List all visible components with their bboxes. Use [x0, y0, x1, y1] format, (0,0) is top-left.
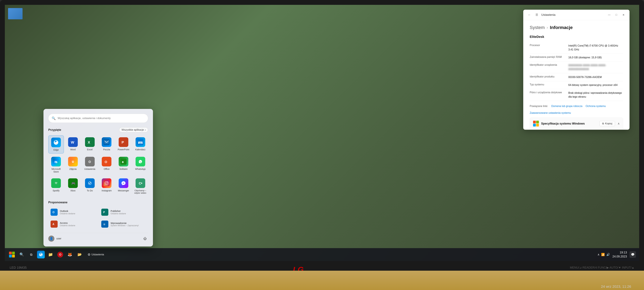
settings-taskbar-button[interactable]: ⚙ Ustawienia — [85, 251, 106, 258]
excel-label: Excel — [87, 148, 92, 151]
edge-icon — [51, 138, 61, 147]
msstore-label: Microsoft Store — [50, 168, 63, 173]
svg-text:🎮: 🎮 — [71, 181, 75, 185]
clock-time: 19:13 — [612, 250, 627, 254]
nav-menu-button[interactable]: ☰ — [534, 12, 540, 18]
system-type-value: 64-bitowy system operacyjny, procesor x6… — [568, 83, 618, 87]
info-row-product-id: Identyfikator produktu 00330-50078-73286… — [530, 73, 623, 81]
winspec-row-version: Wersja Windows 11 Pro — [533, 129, 620, 130]
start-button[interactable] — [8, 251, 16, 258]
clipchamp-icon: C — [136, 178, 145, 188]
proposed-access[interactable]: A Access Ostatnio dodane — [48, 219, 98, 229]
power-button[interactable]: ⏻ — [142, 235, 148, 242]
access-sub: Ostatnio dodane — [60, 224, 75, 227]
opera-icon: O — [57, 252, 63, 257]
start-menu: 🔍 Przypięte Wszystkie aplikacje › Ed — [44, 109, 153, 246]
minimize-button[interactable]: — — [606, 12, 612, 18]
app-zdjecia[interactable]: Zdjęcia — [65, 155, 81, 175]
task-view-button[interactable]: ⧉ — [27, 251, 35, 258]
poczta-label: Poczta — [103, 148, 110, 151]
link-domain[interactable]: Domena lub grupa robocza — [551, 105, 582, 108]
app-messenger[interactable]: Messenger — [116, 176, 132, 196]
link-protection[interactable]: Ochrona systemu — [586, 105, 606, 108]
svg-text:♠: ♠ — [122, 160, 124, 164]
search-taskbar-button[interactable]: 🔍 — [18, 251, 26, 258]
monitor-controls: MENU/⊿ READER/4 FUNC/▶ AUTO/▼ INPUT/▲ — [570, 266, 634, 269]
app-xbox[interactable]: 🎮 Xbox — [65, 176, 81, 196]
xbox-icon: 🎮 — [68, 178, 78, 188]
taskbar: 🔍 ⧉ 📁 O 🦊 — [5, 248, 639, 261]
desktop-date-overlay: 24 wrz 2023, 11:26 — [601, 284, 631, 289]
app-todo[interactable]: To Do — [82, 176, 98, 196]
svg-text:A: A — [52, 223, 54, 225]
close-button[interactable]: ✕ — [620, 12, 626, 18]
proposed-wprowadzenie[interactable]: ⊞ Wprowadzenie System Windows – Zaprasza… — [99, 219, 148, 229]
product-id-label: Identyfikator produktu — [530, 75, 568, 79]
app-spotify[interactable]: Spotify — [48, 176, 64, 196]
svg-text:C: C — [139, 182, 141, 185]
app-ustawienia[interactable]: ⚙ Ustawienia — [82, 155, 98, 175]
app-kalendarz[interactable]: 24 Kalendarz — [132, 135, 148, 154]
breadcrumb-system: System — [530, 25, 545, 30]
notification-icon: 💬 — [631, 253, 634, 256]
app-clipchamp[interactable]: C Clipchamp –edytor wideo — [132, 176, 148, 196]
app-poczta[interactable]: Poczta — [99, 135, 114, 154]
maximize-button[interactable]: □ — [614, 12, 619, 18]
breadcrumb-separator: › — [546, 25, 548, 30]
link-advanced[interactable]: Zaawansowane ustawienia systemu — [530, 112, 571, 114]
pinned-section-title: Przypięte — [48, 128, 61, 132]
files-button[interactable]: 📂 — [76, 251, 84, 258]
access-info: Access Ostatnio dodane — [60, 221, 75, 227]
proposed-section: Proponowane O Outlook Ostatnio dodane — [48, 201, 148, 229]
svg-rect-34 — [120, 180, 126, 186]
wprowadzenie-sub: System Windows – Zapraszamy! — [110, 224, 139, 227]
nav-back-button[interactable]: ← — [526, 12, 532, 18]
info-row-ram: Zainstalowana pamięć RAM 16,0 GB (dostęp… — [530, 54, 623, 62]
svg-text:O: O — [52, 211, 54, 214]
edge-taskbar-button[interactable] — [37, 251, 45, 258]
access-icon: A — [50, 220, 58, 228]
app-edge[interactable]: Edge — [48, 135, 64, 154]
notification-button[interactable]: 💬 — [630, 251, 636, 258]
kalendarz-label: Kalendarz — [135, 148, 146, 151]
win-spec-header[interactable]: Specyfikacja systemu Windows ⧉ Kopiuj ∧ — [530, 118, 623, 129]
app-msstore[interactable]: 🛍 Microsoft Store — [48, 155, 64, 175]
file-explorer-button[interactable]: 📁 — [47, 251, 54, 258]
app-solitaire[interactable]: ♠ Solitaire — [116, 155, 132, 175]
taskbar-left: 🔍 ⧉ 📁 O 🦊 — [8, 251, 106, 258]
word-label: Word — [70, 148, 76, 151]
opera-button[interactable]: O — [56, 251, 64, 258]
device-name: EliteDesk — [530, 35, 623, 39]
user-info[interactable]: 👤 user — [48, 235, 61, 242]
windows-logo — [533, 121, 539, 126]
firefox-button[interactable]: 🦊 — [66, 251, 74, 258]
app-word[interactable]: W Word — [65, 135, 81, 154]
app-excel[interactable]: X Excel — [82, 135, 98, 154]
clock[interactable]: 19:13 24.09.2023 — [612, 250, 627, 258]
search-bar[interactable]: 🔍 — [48, 114, 148, 123]
user-avatar: 👤 — [48, 235, 54, 242]
win-spec-title: Specyfikacja systemu Windows — [541, 122, 585, 125]
all-apps-button[interactable]: Wszystkie aplikacje › — [119, 127, 148, 132]
app-office[interactable]: O Office — [99, 155, 114, 175]
proposed-outlook[interactable]: O Outlook Ostatnio dodane — [48, 207, 98, 217]
ram-value: 16,0 GB (dostępne: 15,9 GB) — [568, 56, 602, 60]
copy-button[interactable]: ⧉ Kopiuj — [600, 121, 615, 126]
app-whatsapp[interactable]: WhatsApp — [132, 155, 148, 175]
settings-taskbar-icon: ⚙ — [88, 253, 90, 256]
app-powerpoint[interactable]: P PowerPoint — [116, 135, 132, 154]
app-instagram[interactable]: Instagram — [99, 176, 114, 196]
touch-value: Brak obsługi pióra i wprowadzania dotyko… — [568, 91, 623, 99]
svg-text:🛍: 🛍 — [54, 160, 57, 164]
proposed-section-title: Proponowane — [48, 201, 68, 204]
screen: 🔍 Przypięte Wszystkie aplikacje › Ed — [5, 5, 639, 261]
tray-chevron-icon[interactable]: ∧ — [598, 253, 600, 256]
start-menu-footer: 👤 user ⏻ — [48, 233, 148, 242]
wprowadzenie-info: Wprowadzenie System Windows – Zapraszamy… — [110, 222, 139, 227]
proposed-publisher[interactable]: P Publisher Ostatnio dodane — [99, 207, 148, 217]
search-input[interactable] — [58, 117, 145, 120]
search-taskbar-icon: 🔍 — [20, 252, 24, 257]
settings-window: ← ☰ Ustawienia — □ ✕ System › Informacje — [523, 10, 630, 130]
settings-taskbar-label: Ustawienia — [92, 253, 104, 256]
info-row-device-id: Identyfikator urządzenia XXXXXXXX-XXXX-X… — [530, 62, 623, 73]
